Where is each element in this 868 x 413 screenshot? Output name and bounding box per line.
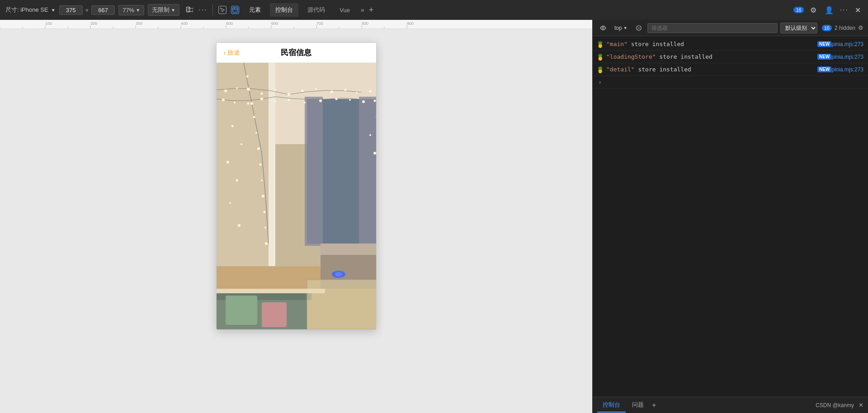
svg-point-75 <box>373 100 376 102</box>
console-link-2[interactable]: pinia.mjs:273 <box>831 54 863 60</box>
console-settings-icon[interactable]: ⚙ <box>858 24 863 31</box>
bottom-tab-console[interactable]: 控制台 <box>597 398 626 413</box>
context-label: top <box>614 25 622 31</box>
svg-point-55 <box>260 93 263 95</box>
limit-button[interactable]: 无限制 ▼ <box>148 4 179 16</box>
eye-button[interactable] <box>597 23 609 33</box>
svg-point-83 <box>261 179 263 181</box>
svg-rect-2 <box>233 8 238 13</box>
svg-point-73 <box>349 99 351 101</box>
svg-point-74 <box>362 100 365 103</box>
console-tab-top[interactable]: 控制台 <box>270 3 298 17</box>
rotate-button[interactable] <box>183 4 195 17</box>
zoom-chevron: ▼ <box>136 8 140 13</box>
svg-point-61 <box>344 89 346 91</box>
svg-point-76 <box>246 75 248 78</box>
svg-point-68 <box>274 100 276 102</box>
add-panel-button[interactable]: + <box>652 401 656 409</box>
pinia-icon-3: 🍍 <box>596 66 604 73</box>
element-mode-icon[interactable] <box>231 6 239 14</box>
pinia-icon-2: 🍍 <box>596 53 604 61</box>
filter-input[interactable] <box>647 23 778 33</box>
phone-area: ‹ 旅途 民宿信息 <box>0 29 592 413</box>
svg-rect-42 <box>321 244 376 255</box>
context-selector[interactable]: top ▼ <box>612 23 630 33</box>
nav-back-button[interactable]: ‹ 旅途 <box>224 49 240 57</box>
svg-text:500: 500 <box>226 21 233 26</box>
width-input[interactable] <box>59 5 83 15</box>
limit-chevron: ▼ <box>171 8 175 13</box>
context-chevron: ▼ <box>623 26 627 30</box>
device-selector[interactable]: 尺寸: iPhone SE ▼ <box>5 6 56 14</box>
preserve-log-button[interactable] <box>633 23 645 33</box>
csdn-label: CSDN @kanmy <box>816 402 854 408</box>
devtools-subtoolbar: top ▼ 默认级别 16 2 hidden ⚙ <box>593 20 868 36</box>
device-chevron[interactable]: ▼ <box>51 8 56 13</box>
height-input[interactable] <box>91 5 115 15</box>
svg-point-78 <box>250 102 253 105</box>
svg-rect-45 <box>226 296 257 325</box>
profile-icon[interactable]: 👤 <box>823 4 835 16</box>
svg-point-79 <box>253 116 255 118</box>
preview-panel: 100 200 300 400 500 600 <box>0 20 592 413</box>
vue-tab-top[interactable]: Vue <box>334 4 355 16</box>
room-image <box>217 63 376 329</box>
svg-text:900: 900 <box>407 21 414 26</box>
zoom-button[interactable]: 77% ▼ <box>118 5 144 15</box>
back-chevron-icon: ‹ <box>224 49 226 57</box>
svg-rect-1 <box>188 8 193 11</box>
console-line-2: 🍍 "loadingStore" store installed NEW pin… <box>593 51 868 63</box>
device-label: 尺寸: iPhone SE <box>5 6 48 14</box>
svg-point-97 <box>602 27 604 28</box>
close-bottom-icon[interactable]: ✕ <box>859 402 863 408</box>
settings-icon[interactable]: ⚙ <box>808 4 818 16</box>
log-level-select[interactable]: 默认级别 <box>780 23 817 33</box>
svg-rect-39 <box>359 97 376 246</box>
svg-rect-38 <box>305 97 323 246</box>
console-link-1[interactable]: pinia.mjs:273 <box>831 41 863 47</box>
pinia-icon-1: 🍍 <box>596 41 604 48</box>
svg-point-86 <box>264 227 266 229</box>
console-text-2: "loadingStore" store installed <box>606 53 816 60</box>
console-expand-line[interactable]: › <box>593 76 868 89</box>
svg-point-60 <box>330 90 333 93</box>
svg-point-80 <box>255 132 257 134</box>
new-badge-1: NEW <box>817 41 831 47</box>
svg-point-96 <box>373 152 376 155</box>
bottom-tab-issues[interactable]: 问题 <box>627 398 649 413</box>
svg-text:300: 300 <box>136 21 142 26</box>
back-label: 旅途 <box>227 49 240 57</box>
nav-title: 民宿信息 <box>281 47 311 58</box>
elements-tab[interactable]: 元素 <box>244 3 266 17</box>
close-devtools-icon[interactable]: ✕ <box>853 4 863 16</box>
new-badge-3: NEW <box>817 66 831 72</box>
svg-point-91 <box>236 179 238 182</box>
svg-text:600: 600 <box>271 21 278 26</box>
devtools-bottom-tabs: 控制台 问题 + CSDN @kanmy ✕ <box>593 397 868 413</box>
svg-rect-49 <box>217 289 325 293</box>
svg-point-66 <box>247 103 249 105</box>
expand-arrow-icon[interactable]: › <box>596 78 604 86</box>
more-toolbar-button[interactable]: ··· <box>198 6 207 14</box>
svg-point-88 <box>231 125 233 127</box>
console-line-3: 🍍 "detail" store installed NEW pinia.mjs… <box>593 63 868 76</box>
svg-point-85 <box>263 211 265 213</box>
devtools-dots[interactable]: ··· <box>840 6 849 14</box>
phone-frame: ‹ 旅途 民宿信息 <box>216 42 377 330</box>
svg-point-51 <box>335 272 342 277</box>
svg-point-57 <box>288 93 290 96</box>
svg-point-71 <box>319 99 322 102</box>
svg-text:800: 800 <box>362 21 368 26</box>
svg-point-89 <box>241 143 242 145</box>
svg-point-70 <box>304 102 306 103</box>
devtools-add-tab[interactable]: + <box>369 5 374 15</box>
svg-point-64 <box>222 99 225 101</box>
console-link-3[interactable]: pinia.mjs:273 <box>831 66 863 73</box>
svg-text:200: 200 <box>90 21 97 26</box>
source-tab-top[interactable]: 源代码 <box>302 3 330 17</box>
svg-point-93 <box>238 224 241 227</box>
inspect-mode-icon[interactable] <box>218 6 226 14</box>
devtools-more-tabs[interactable]: » <box>361 6 364 14</box>
svg-point-59 <box>315 88 317 90</box>
svg-rect-46 <box>262 302 287 327</box>
